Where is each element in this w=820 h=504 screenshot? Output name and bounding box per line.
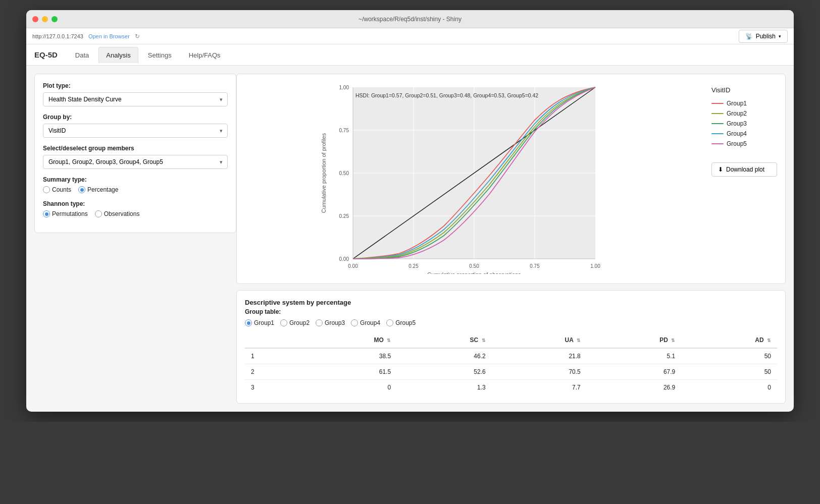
table-group3-label: Group3 [325,319,345,326]
svg-text:0.50: 0.50 [469,263,479,269]
row1-level: 1 [245,348,298,364]
svg-text:0.00: 0.00 [339,256,349,262]
row1-sc: 46.2 [397,348,491,364]
shannon-type-label: Shannon type: [43,200,228,207]
legend-group3-label: Group3 [727,120,747,127]
table-group2-option[interactable]: Group2 [280,319,310,326]
row3-pd: 26.9 [587,380,681,396]
table-group2-label: Group2 [289,319,310,326]
summary-percentage-option[interactable]: Percentage [78,186,118,193]
svg-text:Cumulative proportion of profi: Cumulative proportion of profiles [321,133,327,213]
legend-group4-line [711,133,724,134]
sc-sort-icon: ⇅ [482,338,486,343]
table-subtitle: Group table: [245,308,777,315]
legend-group5: Group5 [711,140,777,147]
legend-group4: Group4 [711,130,777,137]
table-row: 1 38.5 46.2 21.8 5.1 50 [245,348,777,364]
table-group5-radio[interactable] [386,319,393,326]
col-mo[interactable]: MO ⇅ [298,332,397,348]
density-curve-chart: HSDI: Group1=0.57, Group2=0.51, Group3=0… [245,82,703,274]
col-sc[interactable]: SC ⇅ [397,332,491,348]
shannon-observations-radio[interactable] [95,210,102,217]
plot-type-label: Plot type: [43,82,228,89]
svg-text:0.75: 0.75 [530,263,540,269]
minimize-button[interactable] [42,16,48,22]
table-group4-radio[interactable] [351,319,358,326]
table-row: 2 61.5 52.6 70.5 67.9 50 [245,364,777,380]
download-icon: ⬇ [718,166,723,173]
row3-sc: 1.3 [397,380,491,396]
svg-text:0.50: 0.50 [339,171,349,176]
svg-text:0.25: 0.25 [408,263,419,269]
row1-mo: 38.5 [298,348,397,364]
tab-settings[interactable]: Settings [140,47,179,63]
chart-annotation: HSDI: Group1=0.57, Group2=0.51, Group3=0… [355,92,538,98]
row1-pd: 5.1 [587,348,681,364]
table-group3-option[interactable]: Group3 [316,319,345,326]
table-group5-label: Group5 [395,319,416,326]
table-group4-option[interactable]: Group4 [351,319,380,326]
svg-text:0.75: 0.75 [339,128,349,133]
row3-mo: 0 [298,380,397,396]
table-group1-option[interactable]: Group1 [245,319,274,326]
maximize-button[interactable] [52,16,58,22]
group-selector: Group1 Group2 Group3 Group4 [245,319,777,326]
download-plot-button[interactable]: ⬇ Download plot [711,162,777,177]
col-pd[interactable]: PD ⇅ [587,332,681,348]
shannon-observations-label: Observations [104,210,140,217]
table-group4-label: Group4 [360,319,380,326]
svg-text:1.00: 1.00 [339,85,349,90]
col-level [245,332,298,348]
members-select[interactable]: Group1, Group2, Group3, Group4, Group5 [43,155,228,169]
close-button[interactable] [32,16,38,22]
svg-text:1.00: 1.00 [590,263,600,269]
table-group5-option[interactable]: Group5 [386,319,416,326]
shannon-permutations-option[interactable]: Permutations [43,210,88,217]
window-title: ~/workspace/R/eq5d/inst/shiny - Shiny [358,16,462,23]
table-title: Descriptive system by percentage [245,299,777,306]
col-ad[interactable]: AD ⇅ [681,332,777,348]
row1-ua: 21.8 [492,348,587,364]
legend-group1: Group1 [711,100,777,107]
row2-pd: 67.9 [587,364,681,380]
legend-group2: Group2 [711,110,777,117]
row2-ua: 70.5 [492,364,587,380]
refresh-icon[interactable]: ↻ [135,33,140,40]
summary-type-label: Summary type: [43,176,228,183]
svg-text:Cumulative proportion of obser: Cumulative proportion of observations [427,271,521,274]
open-browser-link[interactable]: Open in Browser [88,33,130,39]
legend-group2-line [711,113,724,114]
legend-group1-label: Group1 [727,100,747,107]
row2-mo: 61.5 [298,364,397,380]
summary-percentage-label: Percentage [87,186,118,193]
shannon-permutations-radio[interactable] [43,210,50,217]
ua-sort-icon: ⇅ [577,338,581,343]
table-group2-radio[interactable] [280,319,287,326]
download-btn-label: Download plot [726,166,764,173]
col-ua[interactable]: UA ⇅ [492,332,587,348]
pd-sort-icon: ⇅ [671,338,675,343]
publish-icon: 📡 [745,33,753,40]
table-group3-radio[interactable] [316,319,323,326]
group-by-select[interactable]: VisitID [43,124,228,138]
row1-ad: 50 [681,348,777,364]
row3-ua: 7.7 [492,380,587,396]
tab-help[interactable]: Help/FAQs [181,47,228,63]
row3-level: 3 [245,380,298,396]
legend-group3-line [711,123,724,124]
tab-data[interactable]: Data [68,47,96,63]
summary-counts-option[interactable]: Counts [43,186,71,193]
summary-counts-radio[interactable] [43,186,50,193]
mo-sort-icon: ⇅ [387,338,391,343]
summary-counts-label: Counts [52,186,71,193]
table-group1-radio[interactable] [245,319,252,326]
legend-group1-line [711,103,724,104]
shannon-observations-option[interactable]: Observations [95,210,140,217]
tab-analysis[interactable]: Analysis [98,47,138,63]
summary-percentage-radio[interactable] [78,186,85,193]
url-display: http://127.0.0.1:7243 [32,33,83,39]
publish-dropdown-icon[interactable]: ▾ [779,34,781,39]
legend-group5-label: Group5 [727,140,747,147]
publish-button[interactable]: 📡 Publish ▾ [739,30,788,43]
plot-type-select[interactable]: Health State Density Curve [43,92,228,106]
